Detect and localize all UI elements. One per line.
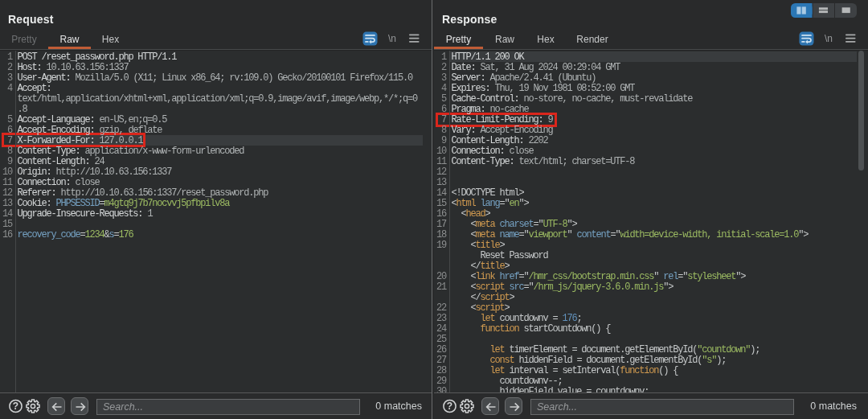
svg-text:?: ?: [447, 401, 452, 412]
svg-text:?: ?: [13, 401, 18, 412]
